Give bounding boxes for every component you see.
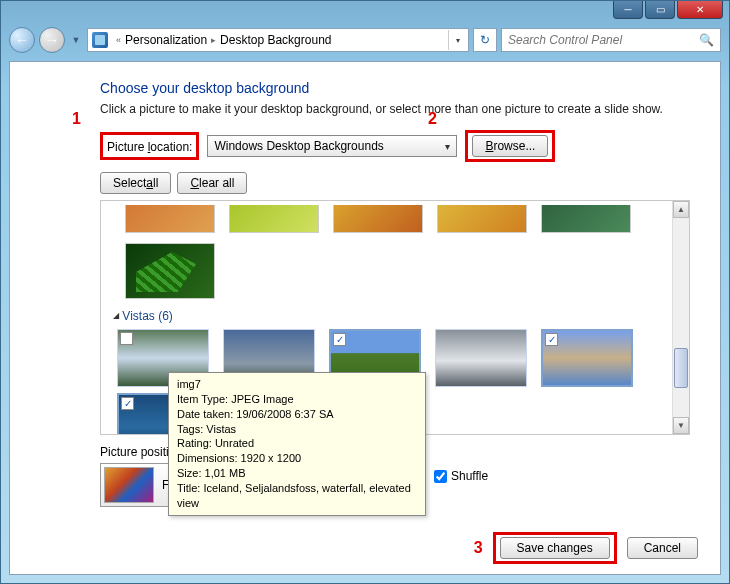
annotation-1: 1: [72, 110, 81, 128]
group-header-vistas[interactable]: Vistas (6): [113, 309, 663, 323]
back-button[interactable]: ←: [9, 27, 35, 53]
control-panel-icon: [92, 32, 108, 48]
arrow-right-icon: →: [45, 32, 59, 48]
footer-buttons: 3 Save changes Cancel: [474, 532, 698, 564]
breadcrumb-level1[interactable]: Personalization: [125, 33, 207, 47]
refresh-button[interactable]: ↻: [473, 28, 497, 52]
history-dropdown[interactable]: ▼: [69, 30, 83, 50]
save-changes-button[interactable]: Save changes: [500, 537, 610, 559]
page-title: Choose your desktop background: [100, 80, 690, 96]
wallpaper-thumb[interactable]: [229, 205, 319, 233]
shuffle-checkbox[interactable]: [434, 470, 447, 483]
shuffle-checkbox-label[interactable]: Shuffle: [434, 469, 488, 483]
scroll-down-button[interactable]: ▼: [673, 417, 689, 434]
cancel-button[interactable]: Cancel: [627, 537, 698, 559]
annotation-box-2: Browse...: [465, 130, 555, 162]
annotation-3: 3: [474, 539, 483, 557]
tooltip-line: img7: [177, 377, 417, 392]
annotation-2: 2: [428, 110, 437, 128]
scrollbar[interactable]: ▲ ▼: [672, 201, 689, 434]
checkbox[interactable]: [120, 332, 133, 345]
breadcrumb-bar[interactable]: « Personalization ▸ Desktop Background ▾: [87, 28, 469, 52]
clear-all-button[interactable]: Clear all: [177, 172, 247, 194]
select-all-button[interactable]: Select all: [100, 172, 171, 194]
location-value: Windows Desktop Backgrounds: [214, 139, 383, 153]
chevron-left-icon: «: [116, 35, 121, 45]
tooltip-line: Size: 1,01 MB: [177, 466, 417, 481]
wallpaper-thumb[interactable]: [541, 205, 631, 233]
wallpaper-thumb[interactable]: [435, 329, 527, 387]
tooltip-line: Title: Iceland, Seljalandsfoss, waterfal…: [177, 481, 417, 511]
arrow-left-icon: ←: [15, 32, 29, 48]
search-box[interactable]: 🔍: [501, 28, 721, 52]
checkbox[interactable]: ✓: [333, 333, 346, 346]
tooltip-line: Tags: Vistas: [177, 422, 417, 437]
scroll-track[interactable]: [673, 218, 689, 417]
wallpaper-thumb[interactable]: ✓: [541, 329, 633, 387]
location-row: Picture location: Windows Desktop Backgr…: [100, 130, 690, 162]
nav-bar: ← → ▼ « Personalization ▸ Desktop Backgr…: [9, 23, 721, 57]
location-label: Picture location:: [107, 140, 192, 154]
chevron-right-icon: ▸: [211, 35, 216, 45]
browse-button[interactable]: Browse...: [472, 135, 548, 157]
wallpaper-thumb[interactable]: [125, 205, 215, 233]
position-preview-icon: [104, 467, 154, 503]
wallpaper-thumb[interactable]: [437, 205, 527, 233]
checkbox[interactable]: ✓: [545, 333, 558, 346]
checkbox[interactable]: ✓: [121, 397, 134, 410]
tooltip-line: Date taken: 19/06/2008 6:37 SA: [177, 407, 417, 422]
content-area: 1 2 Choose your desktop background Click…: [9, 61, 721, 575]
scroll-thumb[interactable]: [674, 348, 688, 388]
wallpaper-thumb-fern[interactable]: [125, 243, 215, 299]
selection-row: Select all Clear all: [100, 172, 690, 194]
search-icon: 🔍: [699, 33, 714, 47]
search-input[interactable]: [508, 33, 699, 47]
page-subtitle: Click a picture to make it your desktop …: [100, 102, 690, 116]
title-bar: ─ ▭ ✕: [1, 1, 729, 23]
refresh-icon: ↻: [480, 33, 490, 47]
maximize-button[interactable]: ▭: [645, 1, 675, 19]
breadcrumb-level2[interactable]: Desktop Background: [220, 33, 331, 47]
breadcrumb-dropdown[interactable]: ▾: [448, 30, 466, 50]
tooltip-line: Rating: Unrated: [177, 436, 417, 451]
tooltip-line: Dimensions: 1920 x 1200: [177, 451, 417, 466]
shuffle-text: Shuffle: [451, 469, 488, 483]
annotation-box-1: Picture location:: [100, 132, 199, 160]
tooltip: img7 Item Type: JPEG Image Date taken: 1…: [168, 372, 426, 516]
tooltip-line: Item Type: JPEG Image: [177, 392, 417, 407]
location-dropdown[interactable]: Windows Desktop Backgrounds: [207, 135, 457, 157]
window-frame: ─ ▭ ✕ ← → ▼ « Personalization ▸ Desktop …: [0, 0, 730, 584]
scroll-up-button[interactable]: ▲: [673, 201, 689, 218]
wallpaper-thumb[interactable]: [333, 205, 423, 233]
minimize-button[interactable]: ─: [613, 1, 643, 19]
close-button[interactable]: ✕: [677, 1, 723, 19]
annotation-box-3: Save changes: [493, 532, 617, 564]
forward-button[interactable]: →: [39, 27, 65, 53]
